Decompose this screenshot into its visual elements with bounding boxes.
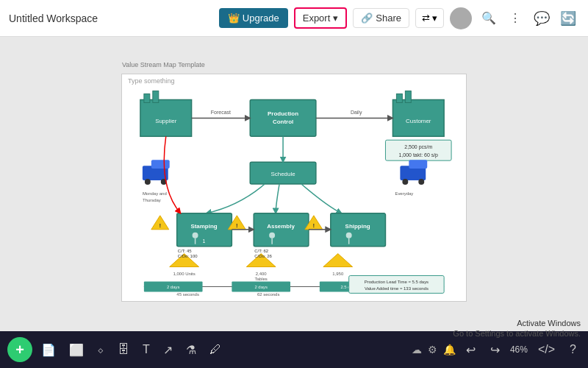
- svg-text:1,950: 1,950: [332, 272, 344, 276]
- svg-text:1,000 takt: 60 s/p: 1,000 takt: 60 s/p: [399, 152, 439, 158]
- svg-text:Shipping: Shipping: [345, 223, 370, 230]
- svg-text:1,000 Units: 1,000 Units: [173, 272, 196, 276]
- svg-point-43: [346, 233, 352, 238]
- svg-text:Production: Production: [268, 110, 298, 117]
- svg-text:1: 1: [203, 238, 206, 244]
- svg-text:2,500 pcs/m: 2,500 pcs/m: [404, 144, 432, 150]
- svg-text:2 days: 2 days: [254, 285, 268, 289]
- svg-text:Thursday: Thursday: [143, 198, 161, 202]
- svg-text:Control: Control: [273, 118, 293, 125]
- header-right-actions: 💬 🔄: [531, 7, 579, 29]
- page-tool-button[interactable]: 📄: [37, 340, 60, 360]
- diamond-tool-button[interactable]: ⬦: [93, 340, 109, 359]
- svg-rect-22: [151, 160, 170, 169]
- svg-text:C/T: 62: C/T: 62: [254, 249, 269, 253]
- svg-text:!: !: [236, 222, 238, 229]
- highlight-tool-button[interactable]: 🖊: [205, 340, 226, 359]
- add-button[interactable]: +: [7, 337, 32, 362]
- activate-windows-title: Activate Windows: [517, 319, 581, 328]
- zoom-level: 46%: [510, 344, 528, 355]
- translate-button[interactable]: ⇄ ▾: [415, 8, 444, 28]
- upgrade-button[interactable]: 👑 Upgrade: [219, 8, 288, 28]
- translate-icon: ⇄: [422, 13, 430, 24]
- svg-rect-4: [144, 94, 150, 103]
- svg-text:Value Added time = 133 seconds: Value Added time = 133 seconds: [365, 286, 429, 291]
- svg-text:C/Do: 100: C/Do: 100: [178, 254, 198, 258]
- arrow-icon: ↗: [163, 344, 173, 356]
- activate-windows-subtitle: Go to Settings to activate Windows.: [453, 329, 581, 338]
- arrow-tool-button[interactable]: ↗: [159, 340, 177, 360]
- flask-icon: ⚗: [186, 344, 196, 356]
- diagram-svg: Production Control Supplier Customer 2,5…: [122, 74, 466, 301]
- svg-text:Production Lead Time = 5.5 day: Production Lead Time = 5.5 days: [365, 280, 429, 284]
- cloud-icon: ☁: [412, 344, 422, 355]
- settings-icon[interactable]: ⚙: [428, 344, 437, 355]
- diagram-template-label: Value Stream Map Template: [122, 61, 205, 68]
- svg-text:Assembly: Assembly: [267, 223, 295, 230]
- svg-text:C/T: 45: C/T: 45: [178, 249, 193, 253]
- diagram-container[interactable]: Value Stream Map Template Type something…: [121, 74, 467, 302]
- history-button[interactable]: 🔄: [557, 7, 579, 29]
- square-icon: ⬜: [69, 344, 84, 356]
- svg-text:Customer: Customer: [406, 118, 431, 124]
- header: Untitled Workspace 👑 Upgrade Export ▾ 🔗 …: [0, 0, 588, 37]
- share-button[interactable]: 🔗 Share: [353, 8, 409, 28]
- diagram-placeholder: Type something: [128, 77, 175, 85]
- svg-text:!: !: [313, 222, 315, 229]
- highlight-icon: 🖊: [209, 343, 221, 355]
- search-button[interactable]: 🔍: [478, 7, 500, 29]
- help-button[interactable]: ?: [565, 340, 581, 359]
- svg-text:Forecast: Forecast: [211, 110, 231, 115]
- page-icon: 📄: [41, 344, 56, 356]
- svg-text:Schedule: Schedule: [270, 171, 295, 177]
- square-tool-button[interactable]: ⬜: [65, 340, 88, 360]
- more-options-button[interactable]: ⋮: [506, 7, 525, 29]
- avatar-button[interactable]: [450, 7, 472, 29]
- db-tool-button[interactable]: 🗄: [113, 340, 134, 359]
- export-button[interactable]: Export ▾: [294, 7, 348, 29]
- canvas-area[interactable]: Value Stream Map Template Type something…: [0, 37, 588, 331]
- crown-icon: 👑: [228, 13, 240, 24]
- comment-button[interactable]: 💬: [531, 7, 553, 29]
- svg-text:Daily: Daily: [351, 110, 362, 116]
- undo-button[interactable]: ↩: [462, 340, 480, 360]
- svg-text:45 seconds: 45 seconds: [176, 292, 199, 297]
- redo-button[interactable]: ↪: [486, 340, 504, 360]
- svg-text:Tables: Tables: [255, 277, 268, 281]
- flask-tool-button[interactable]: ⚗: [182, 340, 201, 360]
- notification-icon: 🔔: [443, 344, 456, 355]
- svg-rect-9: [405, 91, 411, 103]
- svg-text:Supplier: Supplier: [155, 118, 177, 124]
- svg-rect-5: [153, 91, 159, 103]
- svg-text:C/Do: 26: C/Do: 26: [254, 254, 272, 258]
- svg-point-30: [418, 179, 424, 185]
- svg-text:Everyday: Everyday: [395, 191, 413, 196]
- db-icon: 🗄: [118, 343, 129, 355]
- svg-point-29: [402, 179, 408, 185]
- svg-point-23: [145, 179, 151, 185]
- share-icon: 🔗: [361, 13, 373, 24]
- workspace-title: Untitled Workspace: [9, 13, 213, 24]
- svg-point-34: [193, 233, 198, 238]
- svg-point-39: [269, 233, 275, 238]
- svg-text:2,400: 2,400: [256, 272, 268, 276]
- svg-rect-8: [396, 94, 402, 103]
- svg-rect-37: [254, 213, 309, 247]
- text-icon: T: [143, 343, 150, 355]
- diamond-icon: ⬦: [97, 343, 104, 355]
- svg-text:Monday and: Monday and: [143, 191, 167, 196]
- svg-rect-41: [331, 213, 386, 247]
- text-tool-button[interactable]: T: [138, 340, 154, 359]
- svg-marker-56: [323, 254, 353, 267]
- svg-text:!: !: [159, 222, 161, 229]
- svg-rect-28: [409, 160, 427, 169]
- svg-text:Stamping: Stamping: [190, 223, 217, 230]
- code-button[interactable]: </>: [534, 340, 559, 359]
- svg-text:2 days: 2 days: [167, 285, 180, 289]
- svg-text:62 seconds: 62 seconds: [257, 292, 280, 297]
